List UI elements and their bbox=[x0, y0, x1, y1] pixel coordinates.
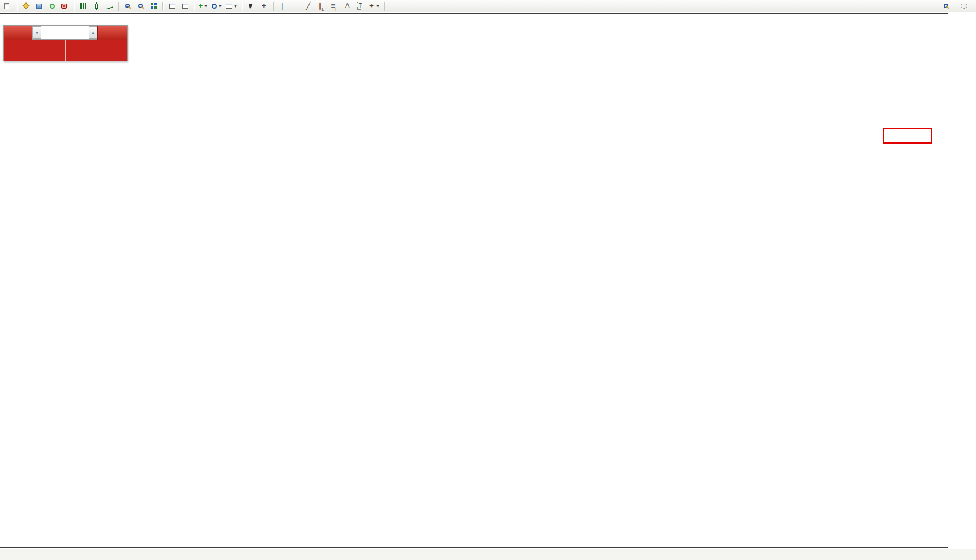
zoom-in-icon: + bbox=[125, 4, 130, 8]
toolbar-separator bbox=[273, 2, 274, 11]
auto-scroll-icon bbox=[169, 4, 175, 9]
toolbar-separator bbox=[74, 2, 74, 11]
fibonacci-icon: ≡ bbox=[331, 2, 335, 9]
search-icon bbox=[944, 4, 948, 8]
horizontal-line-icon: — bbox=[292, 2, 299, 9]
price-callout-box[interactable] bbox=[883, 128, 932, 144]
signals-button[interactable] bbox=[46, 1, 58, 11]
time-axis[interactable] bbox=[0, 549, 976, 560]
volume-down-button[interactable]: ▼ bbox=[32, 26, 41, 39]
toolbar-separator bbox=[118, 2, 119, 11]
chart-bottom-border bbox=[0, 547, 948, 548]
main-toolbar: + - +▼ ▼ ▼ + | — ╱ ∥E ≡F A T ✦▼ bbox=[0, 0, 976, 12]
arrows-button[interactable]: ✦▼ bbox=[367, 1, 381, 11]
chat-icon bbox=[961, 4, 967, 8]
vertical-line-icon: | bbox=[281, 2, 283, 9]
price-chart[interactable] bbox=[0, 13, 948, 341]
line-chart-button[interactable] bbox=[103, 1, 115, 11]
one-click-trading-panel: ▼ ▲ bbox=[3, 25, 128, 61]
zoom-out-button[interactable]: - bbox=[135, 1, 147, 11]
periods-button[interactable]: ▼ bbox=[210, 1, 223, 11]
indicators-button[interactable]: +▼ bbox=[197, 1, 209, 11]
new-order-button[interactable] bbox=[2, 1, 14, 11]
buy-button[interactable] bbox=[97, 26, 127, 40]
macd-chart[interactable] bbox=[0, 343, 948, 442]
zoom-in-button[interactable]: + bbox=[122, 1, 134, 11]
price-axis[interactable] bbox=[948, 0, 976, 560]
terminal-button[interactable] bbox=[33, 1, 45, 11]
text-label-icon: T bbox=[357, 2, 363, 10]
chart-shift-button[interactable] bbox=[179, 1, 191, 11]
chart-top-border bbox=[0, 13, 948, 14]
chart-shift-icon bbox=[182, 4, 188, 9]
bar-chart-icon bbox=[80, 3, 86, 9]
rsi-chart[interactable] bbox=[0, 444, 948, 547]
horizontal-line-button[interactable]: — bbox=[289, 1, 301, 11]
dropdown-caret-icon: ▼ bbox=[204, 4, 208, 8]
text-icon: A bbox=[345, 2, 350, 9]
candlestick-chart-button[interactable] bbox=[90, 1, 102, 11]
candlestick-chart-icon bbox=[95, 4, 98, 9]
cursor-button[interactable] bbox=[245, 1, 257, 11]
indicators-icon: + bbox=[199, 3, 203, 9]
templates-button[interactable]: ▼ bbox=[225, 1, 239, 11]
toolbar-separator bbox=[162, 2, 163, 11]
arrows-icon: ✦ bbox=[369, 2, 375, 9]
toolbar-separator bbox=[194, 2, 194, 11]
search-button[interactable] bbox=[940, 1, 952, 11]
bar-chart-button[interactable] bbox=[77, 1, 89, 11]
macd-pane-separator[interactable] bbox=[0, 341, 948, 343]
vertical-line-button[interactable]: | bbox=[276, 1, 288, 11]
auto-trading-icon bbox=[61, 4, 67, 9]
toolbar-separator bbox=[242, 2, 242, 11]
rsi-pane-separator[interactable] bbox=[0, 442, 948, 444]
cursor-icon bbox=[249, 2, 254, 9]
signals-icon bbox=[50, 4, 55, 9]
fibonacci-button[interactable]: ≡F bbox=[328, 1, 340, 11]
crosshair-button[interactable]: + bbox=[258, 1, 270, 11]
periods-icon bbox=[212, 4, 217, 9]
text-label-button[interactable]: T bbox=[354, 1, 366, 11]
buy-price[interactable] bbox=[66, 40, 128, 61]
auto-scroll-button[interactable] bbox=[166, 1, 178, 11]
auto-trading-button[interactable] bbox=[59, 1, 71, 11]
crosshair-icon: + bbox=[262, 2, 266, 9]
trendline-button[interactable]: ╱ bbox=[302, 1, 314, 11]
trendline-icon: ╱ bbox=[306, 2, 310, 9]
zoom-out-icon: - bbox=[138, 4, 143, 8]
volume-field: ▼ ▲ bbox=[32, 26, 97, 40]
templates-icon bbox=[226, 4, 232, 9]
dropdown-caret-icon: ▼ bbox=[233, 4, 238, 8]
new-order-icon bbox=[4, 3, 9, 9]
volume-up-button[interactable]: ▲ bbox=[89, 26, 97, 39]
channel-button[interactable]: ∥E bbox=[315, 1, 327, 11]
chat-button[interactable] bbox=[958, 1, 970, 11]
text-button[interactable]: A bbox=[341, 1, 353, 11]
tile-windows-icon bbox=[151, 3, 157, 9]
sell-button[interactable] bbox=[4, 26, 32, 40]
tile-windows-button[interactable] bbox=[148, 1, 160, 11]
fibonacci-sub-label: F bbox=[335, 7, 337, 11]
market-watch-button[interactable] bbox=[20, 1, 32, 11]
channel-sub-label: E bbox=[322, 7, 325, 11]
toolbar-separator bbox=[17, 2, 17, 11]
market-watch-icon bbox=[22, 2, 29, 9]
sell-price[interactable] bbox=[4, 40, 66, 61]
dropdown-caret-icon: ▼ bbox=[218, 4, 222, 8]
toolbar-separator bbox=[384, 2, 385, 11]
dropdown-caret-icon: ▼ bbox=[376, 4, 380, 8]
line-chart-icon bbox=[105, 2, 113, 9]
terminal-icon bbox=[36, 4, 42, 9]
